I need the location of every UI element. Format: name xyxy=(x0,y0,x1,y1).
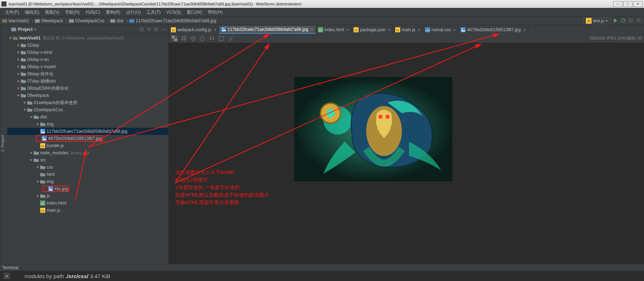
hide-panel-button[interactable]: — xyxy=(160,27,166,32)
editor-tab[interactable]: </>index.html✕ xyxy=(316,26,352,34)
svg-rect-9 xyxy=(11,28,16,31)
maximize-button[interactable]: □ xyxy=(623,1,633,7)
breadcrumb-item[interactable]: leanVue01 xyxy=(2,18,29,23)
tree-root[interactable]: leanVue01测试源 根, D:\Webstorm_workplace\le… xyxy=(7,34,168,42)
tree-item[interactable]: html xyxy=(7,171,168,178)
tree-item[interactable]: img xyxy=(7,178,168,185)
chevron-down-icon[interactable]: ▾ xyxy=(34,27,36,32)
menu-item[interactable]: 重构(R) xyxy=(103,9,123,15)
project-panel-header: Project ▾ — xyxy=(7,25,168,34)
terminal-output[interactable]: + modules by path ./src/css/ 3.47 KiB xyxy=(0,271,644,281)
editor-tab[interactable]: JSpackage.json✕ xyxy=(351,26,393,34)
image-canvas[interactable]: 当打包图片大小大于limit时打包出2张图片1张是好使的,一张是不好使的但是HT… xyxy=(169,43,644,264)
tree-item[interactable]: 4675bd2b8d0158513f87.jpg xyxy=(7,135,168,142)
tree-item[interactable]: node_moduleslibrary root xyxy=(7,149,168,156)
terminal-label: Terminal xyxy=(2,265,18,270)
tree-item[interactable]: 01webpack的基本使用 xyxy=(7,99,168,106)
chevron-right-icon: › xyxy=(32,18,33,23)
color-picker-button[interactable] xyxy=(227,35,234,42)
chevron-right-icon: › xyxy=(126,18,128,23)
breadcrumb-item[interactable]: ›117bb32fcaec71ae2b6d058b9afd7a68.jpg xyxy=(125,18,216,23)
menu-item[interactable]: 文件(F) xyxy=(2,9,22,15)
close-icon[interactable]: ✕ xyxy=(417,28,420,32)
tree-item[interactable]: 07day-插槽slot xyxy=(7,78,168,85)
close-icon[interactable]: ✕ xyxy=(214,28,216,32)
svg-rect-15 xyxy=(42,136,47,141)
menu-item[interactable]: 工具(T) xyxy=(144,9,163,15)
checkerboard-bg-button[interactable] xyxy=(171,35,178,42)
menu-item[interactable]: 运行(U) xyxy=(123,9,144,15)
tree-item[interactable]: 02day xyxy=(7,42,168,49)
fit-to-window-button[interactable] xyxy=(218,35,225,42)
svg-rect-41 xyxy=(174,38,177,41)
close-window-button[interactable]: ✕ xyxy=(633,1,643,7)
breadcrumb-item[interactable]: ›dist xyxy=(106,18,123,23)
image-icon xyxy=(129,19,134,23)
menu-item[interactable]: 视图(V) xyxy=(42,9,62,15)
tree-item[interactable]: css xyxy=(7,164,168,171)
svg-text:</>: </> xyxy=(41,202,44,205)
menu-item[interactable]: 导航(N) xyxy=(62,9,83,15)
svg-text:JS: JS xyxy=(396,29,399,32)
tree-item[interactable]: 09webpack xyxy=(7,92,168,99)
debug-button[interactable] xyxy=(620,18,626,24)
search-everywhere-button[interactable] xyxy=(636,18,642,24)
editor-tab[interactable]: JSwebpack.config.js✕ xyxy=(169,26,219,34)
tree-item[interactable]: 02webpackCss xyxy=(7,106,168,113)
tree-item[interactable]: kks.jpg xyxy=(7,185,168,192)
tree-item[interactable]: 117bb32fcaec71ae2b6d058b9afd7a68.jpg xyxy=(7,128,168,135)
tree-item[interactable]: 03day-v-bind xyxy=(7,49,168,56)
tree-item[interactable]: js xyxy=(7,192,168,200)
close-icon[interactable]: ✕ xyxy=(346,28,349,32)
tree-item[interactable]: 05day-v-model xyxy=(7,63,168,70)
menu-item[interactable]: 编辑(E) xyxy=(22,9,42,15)
svg-text:JS: JS xyxy=(587,19,591,23)
editor-tab[interactable]: JSmain.js✕ xyxy=(393,26,423,34)
tree-item[interactable]: </>index.html xyxy=(7,200,168,207)
chevron-down-icon: ▾ xyxy=(606,18,608,23)
gear-icon[interactable] xyxy=(153,27,159,32)
breadcrumb-item[interactable]: ›09webpack xyxy=(31,18,63,23)
close-icon[interactable]: ✕ xyxy=(523,28,526,32)
locate-icon[interactable] xyxy=(139,27,145,32)
minimize-button[interactable]: — xyxy=(613,1,622,7)
menu-item[interactable]: 窗口(W) xyxy=(184,9,205,15)
editor-tab[interactable]: CSSnomal.css✕ xyxy=(423,26,458,34)
grid-button[interactable] xyxy=(180,35,187,42)
tree-item[interactable]: src xyxy=(7,156,168,164)
zoom-out-button[interactable] xyxy=(199,35,206,42)
terminal-tab[interactable]: Terminal xyxy=(0,264,644,271)
tree-item[interactable]: dist xyxy=(7,113,168,121)
tree-item[interactable]: JSmain.js xyxy=(7,207,168,214)
project-tree[interactable]: leanVue01测试源 根, D:\Webstorm_workplace\le… xyxy=(7,34,168,264)
breadcrumb-item[interactable]: ›02webpackCss xyxy=(65,18,104,23)
editor-tab[interactable]: 117bb32fcaec71ae2b6d058b9afd7a68.jpg✕ xyxy=(219,26,316,34)
close-icon[interactable]: ✕ xyxy=(453,28,456,32)
tree-item[interactable]: 08dayES6中的模块化 xyxy=(7,85,168,92)
tree-item[interactable]: 04day-v-on xyxy=(7,56,168,63)
tree-item[interactable]: JSbundle.js xyxy=(7,142,168,149)
run-with-coverage-button[interactable] xyxy=(628,18,634,24)
svg-rect-0 xyxy=(2,19,7,23)
svg-point-11 xyxy=(141,29,142,30)
new-terminal-button[interactable]: + xyxy=(4,273,10,279)
svg-rect-40 xyxy=(172,36,174,38)
actual-size-button[interactable]: 1:1 xyxy=(208,35,215,42)
close-icon[interactable]: ✕ xyxy=(388,28,391,32)
main-menu: 文件(F)编辑(E)视图(V)导航(N)代码(C)重构(R)运行(U)工具(T)… xyxy=(0,8,644,17)
menu-item[interactable]: 帮助(H) xyxy=(205,9,225,15)
editor-tab[interactable]: 4675bd2b8d0158513f87.jpg✕ xyxy=(458,26,528,34)
menu-item[interactable]: 代码(C) xyxy=(83,9,103,15)
tree-item[interactable]: 06day-组件化 xyxy=(7,70,168,78)
run-config-selector[interactable]: JS test.js ▾ xyxy=(583,17,610,24)
zoom-in-button[interactable] xyxy=(190,35,197,42)
close-icon[interactable]: ✕ xyxy=(311,28,313,32)
svg-text:JS: JS xyxy=(41,145,44,148)
expand-all-icon[interactable] xyxy=(146,27,152,32)
js-icon: JS xyxy=(171,27,176,32)
project-panel-title: Project xyxy=(18,27,33,32)
run-button[interactable] xyxy=(612,18,618,24)
tree-item[interactable]: img xyxy=(7,121,168,128)
menu-item[interactable]: VCS(S) xyxy=(163,10,184,15)
project-tool-tab[interactable]: 1: Project xyxy=(0,25,7,264)
